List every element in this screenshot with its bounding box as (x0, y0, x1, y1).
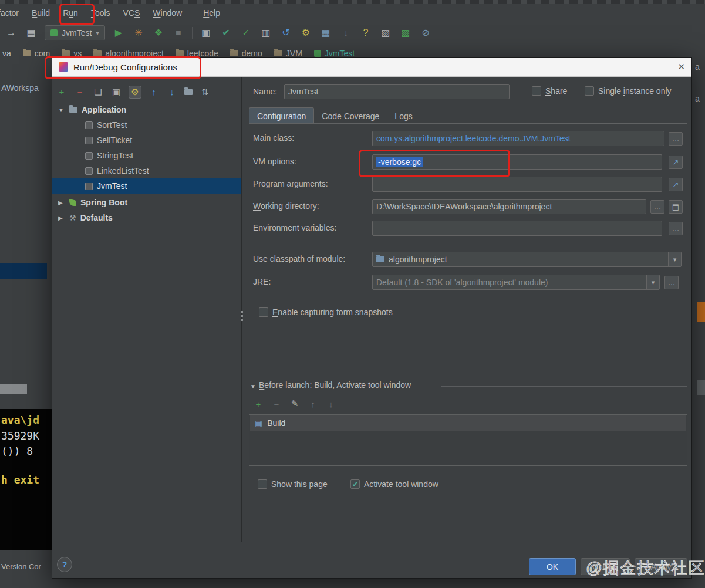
structure-icon[interactable]: ▥ (259, 26, 272, 39)
move-up-icon[interactable]: ↑ (148, 86, 160, 98)
ok-button[interactable]: OK (529, 558, 576, 575)
classpath-combo[interactable]: algorithmproject ▾ (372, 252, 682, 267)
chevron-collapsed-icon[interactable]: ▶ (58, 200, 65, 206)
tab-code-coverage[interactable]: Code Coverage (314, 108, 387, 124)
vm-options-expand-button[interactable]: ↗ (669, 156, 683, 169)
main-class-field[interactable]: com.ys.algorithmproject.leetcode.demo.JV… (372, 131, 664, 146)
teamcity-icon[interactable]: ▩ (399, 26, 412, 39)
move-down-icon[interactable]: ↓ (326, 399, 336, 409)
move-up-icon[interactable]: ↑ (308, 399, 318, 409)
panel-splitter[interactable] (241, 310, 244, 323)
config-icon (85, 137, 93, 144)
before-launch-toolbar: + − ✎ ↑ ↓ (253, 398, 336, 409)
jre-combo[interactable]: Default (1.8 - SDK of 'algorithmproject'… (372, 275, 660, 290)
new-folder-icon[interactable] (184, 89, 193, 95)
stop-icon[interactable]: ■ (172, 26, 185, 39)
program-arguments-expand-button[interactable]: ↗ (669, 178, 683, 191)
chevron-collapsed-icon[interactable]: ▶ (58, 215, 65, 221)
dialog-titlebar[interactable]: Run/Debug Configurations ✕ (52, 58, 691, 77)
section-collapse-icon[interactable]: ▼ (250, 383, 256, 390)
environment-variables-browse-button[interactable]: … (669, 222, 683, 235)
working-directory-field[interactable]: D:\WorkSpace\IDEAWorkspace\algorithmproj… (372, 199, 646, 214)
move-down-icon[interactable]: ↓ (166, 86, 178, 98)
remove-icon[interactable]: − (74, 86, 86, 98)
menu-item-help[interactable]: Help (197, 8, 227, 18)
folder-icon (93, 50, 102, 56)
copy-icon[interactable]: ❏ (92, 86, 104, 98)
menu-item-build[interactable]: Build (25, 8, 56, 18)
edit-defaults-icon[interactable]: ⚙ (129, 86, 141, 99)
forward-icon[interactable]: → (5, 26, 18, 39)
profile-icon[interactable]: ❖ (152, 26, 165, 39)
tree-item-sorttest[interactable]: SortTest (52, 117, 241, 133)
menu-item-window[interactable]: Window (146, 8, 188, 18)
add-icon[interactable]: + (253, 399, 264, 409)
update-icon[interactable]: ✓ (240, 26, 252, 39)
save-icon[interactable]: ▣ (110, 86, 122, 98)
help-icon[interactable]: ? (359, 26, 372, 39)
run-config-select[interactable]: JvmTest ▾ (45, 25, 105, 40)
edit-icon[interactable]: ✎ (289, 398, 300, 409)
menu-item-refactor[interactable]: factor (0, 8, 25, 18)
add-icon[interactable]: + (56, 86, 68, 98)
program-arguments-field[interactable] (372, 177, 662, 192)
tab-logs[interactable]: Logs (387, 108, 420, 124)
tree-item-linkedlisttest[interactable]: LinkedListTest (52, 163, 241, 178)
close-icon[interactable]: ✕ (677, 62, 685, 72)
tree-item-stringtest[interactable]: StringTest (52, 148, 241, 163)
jre-label: JRE: (253, 277, 271, 286)
spring-boot-icon (69, 199, 76, 206)
chevron-down-icon[interactable]: ▾ (668, 252, 681, 266)
before-launch-header[interactable]: Before launch: Build, Activate tool wind… (259, 380, 411, 390)
settings-gear-icon[interactable]: ⚙ (299, 26, 312, 39)
tree-group-defaults[interactable]: ▶ ⚒ Defaults (52, 210, 241, 225)
remove-icon[interactable]: − (271, 399, 282, 409)
help-button[interactable]: ? (57, 557, 72, 572)
show-this-page-checkbox[interactable]: Show this page (258, 479, 328, 489)
menu-item-run[interactable]: Run (56, 8, 85, 18)
chevron-expanded-icon[interactable]: ▼ (58, 107, 65, 113)
scrollbar-marker (697, 380, 705, 395)
main-toolbar: → ▤ JvmTest ▾ ▶ ✳ ❖ ■ ▣ ✔ ✓ ▥ ↺ ⚙ ▦ ↓ ? … (0, 21, 705, 45)
jre-browse-button[interactable]: … (664, 276, 679, 289)
rollback-icon[interactable]: ↺ (279, 26, 292, 39)
menu-item-tools[interactable]: Tools (85, 8, 117, 18)
snapshots-checkbox[interactable]: Enable capturing form snapshots (259, 307, 393, 317)
cancel-button[interactable]: Cancel (581, 558, 630, 575)
environment-variables-field[interactable] (372, 221, 662, 236)
chevron-down-icon: ▾ (96, 29, 99, 37)
scrollbar-thumb[interactable] (0, 384, 27, 394)
before-launch-item-build[interactable]: ▦ Build (250, 415, 686, 431)
module-icon[interactable]: ▦ (319, 26, 332, 39)
breadcrumb-item-com[interactable]: com (23, 49, 50, 58)
name-field[interactable]: JvmTest (284, 84, 510, 99)
share-checkbox[interactable]: Share (532, 86, 567, 96)
tree-item-sellticket[interactable]: SellTicket (52, 133, 241, 148)
tree-group-spring-boot[interactable]: ▶ Spring Boot (52, 195, 241, 210)
editor-window-icon[interactable]: ▣ (200, 26, 212, 39)
commit-icon[interactable]: ✔ (220, 26, 232, 39)
download-icon[interactable]: ↓ (339, 26, 352, 39)
class-icon[interactable]: ▤ (25, 26, 38, 39)
tree-item-jvmtest-selected[interactable]: JvmTest (52, 178, 241, 194)
menu-item-vcs[interactable]: VCS (117, 8, 147, 18)
working-directory-list-button[interactable]: ▤ (669, 200, 683, 214)
apply-button[interactable]: Apply (635, 558, 687, 575)
dialog-icon (59, 62, 68, 72)
chevron-down-icon[interactable]: ▾ (646, 275, 659, 289)
no-entry-icon[interactable]: ⊘ (419, 26, 432, 39)
single-instance-checkbox[interactable]: Single instance only (585, 86, 672, 96)
project-panel-fragment: AWorkspa (1, 83, 39, 93)
sort-icon[interactable]: ⇅ (199, 86, 211, 98)
plugin-icon[interactable]: ▧ (379, 26, 392, 39)
tab-configuration[interactable]: Configuration (249, 107, 314, 124)
working-directory-browse-button[interactable]: … (650, 200, 664, 214)
folder-icon (274, 50, 282, 56)
tree-group-application[interactable]: ▼ Application (52, 102, 241, 117)
vm-options-field[interactable]: -verbose:gc (372, 154, 662, 170)
main-class-browse-button[interactable]: … (669, 132, 683, 146)
coverage-icon[interactable]: ✳ (132, 26, 145, 39)
activate-tool-window-checkbox[interactable]: ✓ Activate tool window (350, 479, 438, 489)
config-icon (85, 121, 93, 129)
run-icon[interactable]: ▶ (112, 26, 125, 39)
